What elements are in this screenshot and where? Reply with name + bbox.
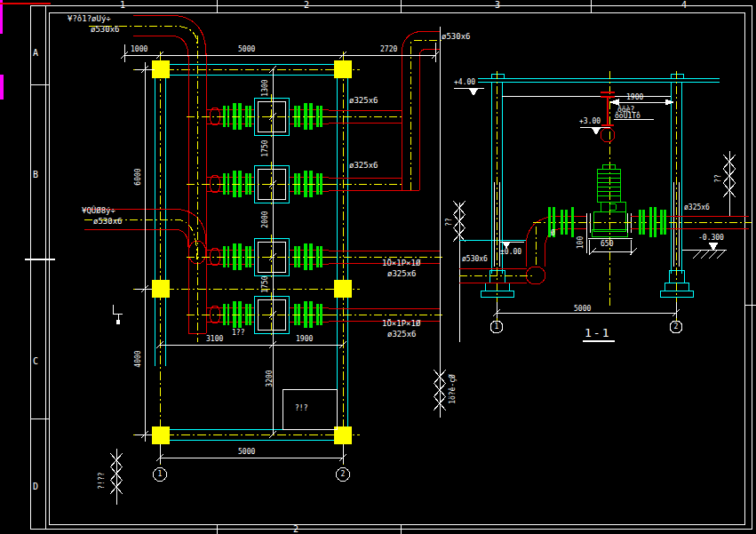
dim-5000-bottom: 5000	[238, 449, 255, 456]
dim-650: 650	[601, 241, 613, 248]
elev-roof: +4.00	[454, 79, 475, 86]
dim-4000: 4000	[135, 341, 142, 377]
section-break-note-left: ??	[446, 204, 453, 240]
dim-2720: 2720	[380, 46, 397, 53]
zone-number-3: 3	[495, 1, 500, 10]
dim-5000-top: 5000	[238, 46, 255, 53]
plan-label-disch4-1: 1Ö×1P×1Ø	[382, 320, 420, 328]
zone-letter-a: A	[33, 49, 38, 58]
plan-label-midleft-2: ø530x6	[93, 218, 123, 226]
plan-break-note-bottomleft: ?!??	[99, 463, 106, 498]
plan-label-branch1: ø325x6	[349, 97, 378, 105]
dim-1750-a: 1750	[262, 131, 269, 166]
zone-number-4: 4	[681, 1, 687, 10]
plan-note-small: 1??	[232, 330, 244, 337]
section-break-note-right: ??	[715, 161, 722, 196]
plan-grid-bubble-1: 1	[153, 471, 167, 478]
plan-pump-rows	[187, 94, 329, 337]
dim-3200: 3200	[267, 361, 274, 396]
hoist-label-2: ôõÜ1Tô	[615, 113, 641, 120]
section-phi-note: Ø	[551, 230, 555, 237]
plan-label-disch4-2: ø325x6	[387, 331, 417, 339]
dim-3100: 3100	[206, 336, 223, 343]
dim-1300: 1300	[262, 70, 269, 106]
plan-label-disch3-2: ø325x6	[387, 270, 417, 278]
section-grid-bubble-2: 2	[669, 323, 683, 331]
zone-number-2: 2	[304, 1, 309, 10]
dim-5000-section: 5000	[574, 306, 591, 313]
plan-label-topleft-1: ¥?ô1?øUý÷	[68, 15, 111, 23]
plan-label-topleft-2: ø530x6	[91, 26, 120, 34]
section-dimensions	[454, 88, 682, 341]
drawing-linework	[0, 0, 756, 534]
dim-1750-b: 1750	[262, 267, 269, 302]
dim-100: 100	[577, 225, 585, 260]
zone-letter-b: B	[33, 171, 38, 179]
plan-label-disch3-1: 1Ö×1P×1Ø	[382, 259, 420, 267]
section-structure	[459, 71, 720, 322]
zone-letter-c: C	[33, 357, 38, 366]
plan-label-topright: ø530x6	[442, 33, 471, 41]
dim-1900-section: 1900	[626, 94, 643, 101]
section-pipe-label-left: ø530x6	[462, 256, 488, 263]
dim-6000: 6000	[135, 159, 142, 195]
zone-letter-d: D	[33, 482, 38, 491]
zone-number-1: 1	[120, 1, 125, 10]
plan-label-branch2: ø325x6	[349, 162, 378, 170]
elev-ground: -0.300	[698, 235, 724, 242]
section-title: 1-1	[585, 327, 610, 339]
section-hoist	[601, 92, 615, 142]
cad-drawing-canvas[interactable]: 1 2 3 4 2 A B C D ¥?ô1?øUý÷ ø530x6 ¥QÛØ8…	[0, 0, 756, 534]
dim-1900-plan: 1900	[296, 336, 313, 343]
elev-floor: ±0.00	[500, 249, 521, 256]
plan-break-note-right: 1ö?ê-çØ	[450, 371, 457, 407]
zone-number-bottom: 2	[293, 525, 298, 534]
plan-label-midleft-1: ¥QÛØ8ý÷	[82, 207, 115, 215]
plan-grid-bubble-2: 2	[336, 471, 350, 478]
plan-sump-label: ?!?	[295, 405, 307, 412]
section-grid-bubble-1: 1	[489, 323, 504, 331]
elev-hook: +3.00	[579, 118, 601, 125]
dim-1000: 1000	[131, 46, 147, 53]
section-pipe-label-right: ø325x6	[684, 204, 710, 211]
dim-2000: 2000	[262, 202, 269, 237]
